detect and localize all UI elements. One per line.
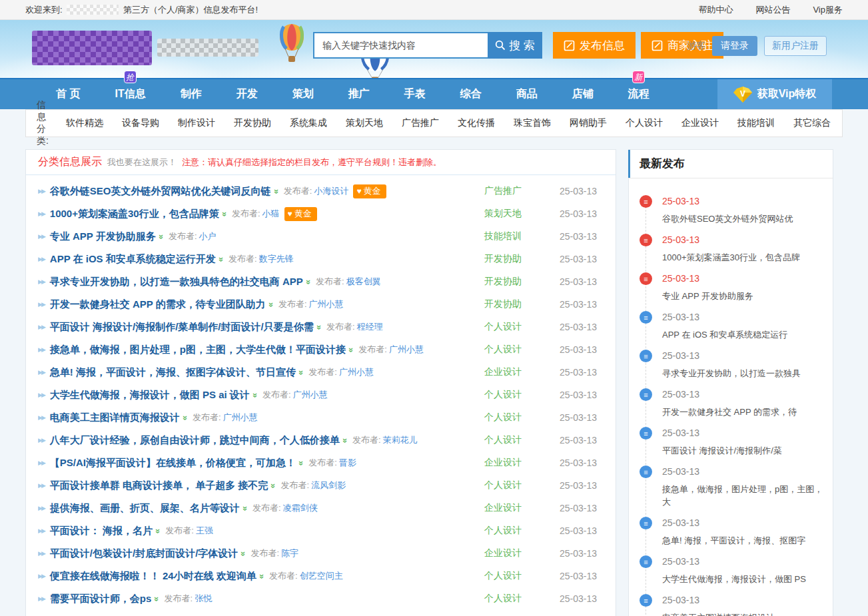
publisher-name[interactable]: 数字先锋	[259, 253, 294, 265]
category-link[interactable]: 设备导购	[113, 117, 169, 129]
listing-title[interactable]: 谷歌外链SEO英文外链外贸网站优化关键词反向链	[50, 185, 271, 198]
publisher-name[interactable]: 广州小慧	[309, 298, 344, 310]
listing-category[interactable]: 个人设计	[473, 479, 533, 491]
post-title[interactable]: 专业 APP 开发协助服务	[662, 290, 823, 302]
publisher-name[interactable]: 凌霜剑侠	[283, 502, 318, 514]
publisher-name[interactable]: 晋影	[339, 457, 356, 469]
topbar-link[interactable]: 帮助中心	[698, 4, 733, 16]
listing-title[interactable]: 平面设计： 海报，名片	[50, 525, 153, 537]
listing-category[interactable]: 个人设计	[473, 321, 533, 333]
publisher-name[interactable]: 王强	[196, 525, 213, 537]
listing-title[interactable]: 便宜接在线做海报啦！！ 24小时在线 欢迎询单	[50, 570, 256, 583]
publisher-name[interactable]: 小户	[199, 230, 217, 242]
post-title[interactable]: 谷歌外链SEO英文外链外贸网站优	[662, 212, 823, 225]
publisher-name[interactable]: 广州小慧	[223, 412, 258, 424]
category-link[interactable]: 开发协助	[224, 117, 280, 129]
nav-item[interactable]: 推广	[331, 79, 387, 109]
category-link[interactable]: 软件精选	[57, 117, 113, 129]
login-button[interactable]: 请登录	[712, 36, 757, 56]
category-link[interactable]: 策划天地	[336, 117, 392, 129]
listing-title[interactable]: 需要平面设计师，会ps	[50, 593, 152, 605]
search-input[interactable]	[313, 32, 488, 59]
listing-category[interactable]: 个人设计	[473, 525, 533, 537]
topbar-link[interactable]: 网站公告	[755, 4, 790, 16]
publisher-name[interactable]: 小猫	[262, 208, 280, 220]
post-title[interactable]: 平面设计 海报设计/海报制作/菜	[662, 444, 823, 457]
listing-title[interactable]: 八年大厂设计经验，原创自由设计师，跳过中间商，个人低价接单	[50, 434, 340, 447]
publish-info-button[interactable]: 发布信息	[553, 32, 636, 59]
listing-category[interactable]: 个人设计	[473, 593, 533, 605]
publisher-name[interactable]: 极客创翼	[346, 276, 381, 288]
listing-category[interactable]: 企业设计	[473, 502, 533, 514]
post-title[interactable]: 1000+策划案涵盖30行业，包含品牌	[662, 251, 823, 264]
publisher-name[interactable]: 张悦	[195, 593, 212, 605]
post-title[interactable]: 电商美工主图详情页海报设计	[662, 611, 823, 616]
listing-category[interactable]: 企业设计	[473, 457, 533, 469]
listing-title[interactable]: 接急单，做海报，图片处理，p图，主图，大学生代做！平面设计接	[50, 344, 346, 356]
nav-item[interactable]: 流程 新	[611, 79, 667, 109]
post-title[interactable]: APP 在 iOS 和安卓系统稳定运行	[662, 328, 823, 341]
post-title[interactable]: 急单! 海报，平面设计，海报、抠图字	[662, 534, 823, 547]
listing-category[interactable]: 技能培训	[473, 230, 533, 242]
nav-item[interactable]: 店铺	[555, 79, 611, 109]
category-link[interactable]: 系统集成	[280, 117, 336, 129]
nav-item[interactable]: 策划	[275, 79, 331, 109]
listing-category[interactable]: 个人设计	[473, 412, 533, 424]
listing-category[interactable]: 个人设计	[473, 389, 533, 401]
category-link[interactable]: 技能培训	[728, 117, 784, 129]
listing-title[interactable]: 寻求专业开发协助，以打造一款独具特色的社交电商 APP	[50, 276, 303, 288]
publisher-name[interactable]: 广州小慧	[293, 389, 328, 401]
category-link[interactable]: 个人设计	[616, 117, 672, 129]
post-title[interactable]: 开发一款健身社交 APP 的需求，待	[662, 406, 823, 418]
listing-title[interactable]: 【PS/AI海报平面设计】在线接单，价格便宜，可加急！	[50, 457, 296, 469]
post-title[interactable]: 大学生代做海报，海报设计，做图 PS	[662, 573, 823, 585]
publisher-name[interactable]: 陈宇	[281, 547, 298, 559]
listing-category[interactable]: 开发协助	[473, 253, 533, 265]
category-link[interactable]: 珠宝首饰	[504, 117, 560, 129]
search-button[interactable]: 搜 索	[488, 32, 542, 59]
listing-category[interactable]: 广告推广	[473, 185, 533, 197]
listing-title[interactable]: 平面设计 海报设计/海报制作/菜单制作/封面设计/只要是你需	[50, 321, 314, 334]
publisher-name[interactable]: 程经理	[357, 321, 383, 333]
listing-category[interactable]: 企业设计	[473, 366, 533, 378]
publisher-name[interactable]: 流风剑影	[311, 479, 346, 491]
listing-title[interactable]: 开发一款健身社交 APP 的需求，待专业团队助力	[50, 298, 266, 311]
listing-title[interactable]: 大学生代做海报，海报设计，做图 PS ai 设计	[50, 389, 250, 402]
post-title[interactable]: 寻求专业开发协助，以打造一款独具	[662, 367, 823, 380]
gold-vip-badge[interactable]: 黄金	[353, 184, 386, 198]
listing-title[interactable]: 急单! 海报，平面设计，海报、抠图字体设计、节日宣传	[50, 366, 296, 379]
publisher-name[interactable]: 广州小慧	[389, 344, 424, 356]
gold-vip-badge[interactable]: 黄金	[284, 207, 317, 221]
category-link[interactable]: 文化传播	[448, 117, 504, 129]
listing-title[interactable]: APP 在 iOS 和安卓系统稳定运行开发	[50, 253, 216, 266]
category-link[interactable]: 企业设计	[672, 117, 728, 129]
listing-category[interactable]: 个人设计	[473, 434, 533, 446]
nav-item[interactable]: 开发	[219, 79, 275, 109]
vip-privilege-button[interactable]: V 获取Vip特权	[717, 79, 832, 109]
listing-category[interactable]: 个人设计	[473, 344, 533, 356]
nav-item[interactable]: 手表	[387, 79, 443, 109]
site-logo[interactable]	[32, 31, 152, 65]
nav-item[interactable]: IT信息 抢	[97, 79, 163, 109]
nav-item[interactable]: 制作	[163, 79, 219, 109]
category-link[interactable]: 网销助手	[560, 117, 616, 129]
notice-gray-text[interactable]: 我也要在这展示！	[107, 156, 177, 168]
category-link[interactable]: 其它综合	[784, 117, 840, 129]
publisher-name[interactable]: 茉莉花儿	[383, 434, 418, 446]
listing-title[interactable]: 1000+策划案涵盖30行业，包含品牌策	[50, 208, 219, 220]
listing-title[interactable]: 提供海报、画册、折页、展架、名片等设计	[50, 502, 240, 515]
listing-category[interactable]: 个人设计	[473, 570, 533, 582]
listing-title[interactable]: 平面设计接单群 电商设计接单， 单子超多 接不完	[50, 479, 268, 492]
publisher-name[interactable]: 广州小慧	[339, 366, 374, 378]
listing-title[interactable]: 专业 APP 开发协助服务	[50, 230, 156, 243]
category-link[interactable]: 广告推广	[392, 117, 448, 129]
topbar-link[interactable]: Vip服务	[813, 4, 843, 16]
nav-item[interactable]: 商品	[499, 79, 555, 109]
listing-title[interactable]: 平面设计/包装设计/封底封面设计/字体设计	[50, 547, 238, 560]
post-title[interactable]: 接急单，做海报，图片处理，p图，主图，大	[662, 483, 823, 508]
publisher-name[interactable]: 小海设计	[314, 185, 348, 197]
listing-category[interactable]: 企业设计	[473, 547, 533, 559]
publisher-name[interactable]: 创艺空间主	[300, 570, 343, 582]
listing-title[interactable]: 电商美工主图详情页海报设计	[50, 412, 180, 424]
nav-item[interactable]: 首 页	[39, 79, 97, 109]
